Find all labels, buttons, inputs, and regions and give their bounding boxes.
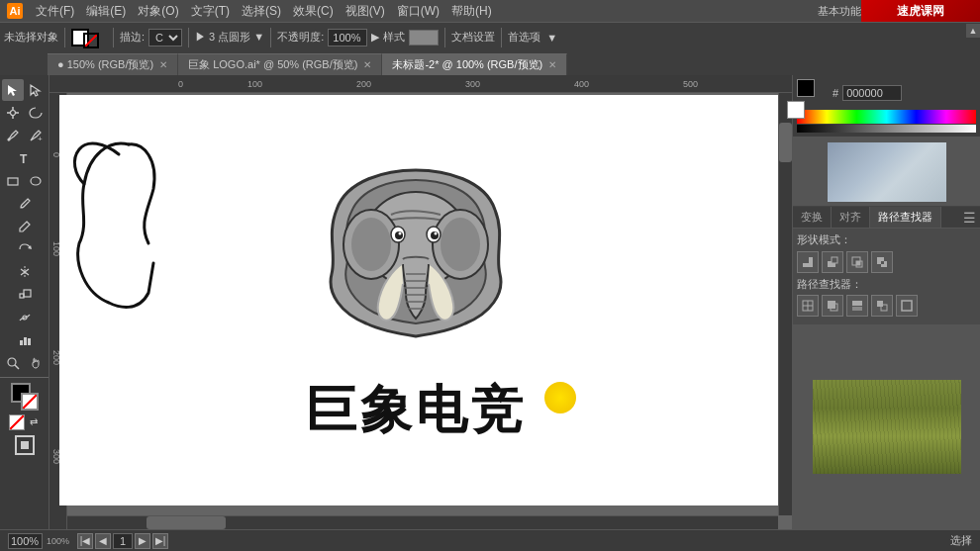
- gray-bar[interactable]: [797, 125, 976, 133]
- crop-btn[interactable]: [871, 295, 893, 317]
- sep4: [270, 28, 271, 47]
- menu-select[interactable]: 选择(S): [236, 1, 287, 22]
- selection-tool[interactable]: [2, 79, 24, 101]
- svg-rect-34: [832, 257, 837, 263]
- nav-next[interactable]: ▶: [135, 533, 150, 549]
- right-arrow: ▶: [371, 31, 379, 44]
- rotate-tool[interactable]: [14, 238, 36, 260]
- hex-input[interactable]: [842, 85, 902, 101]
- outline-btn[interactable]: [896, 295, 918, 317]
- panel-scroll-up[interactable]: ▲: [966, 24, 980, 38]
- menu-effect[interactable]: 效果(C): [287, 1, 340, 22]
- status-mode: 选择: [950, 533, 972, 548]
- tab-3[interactable]: 未标题-2* @ 100% (RGB/预览) ✕: [382, 53, 567, 75]
- menu-edit[interactable]: 编辑(E): [80, 1, 132, 22]
- stroke-label: 描边:: [120, 30, 145, 45]
- tab-bar: ● 150% (RGB/预览) ✕ 巨象 LOGO.ai* @ 50% (RGB…: [0, 51, 980, 75]
- menu-view[interactable]: 视图(V): [340, 1, 391, 22]
- menu-help[interactable]: 帮助(H): [445, 1, 498, 22]
- svg-line-21: [15, 365, 19, 369]
- sep2: [113, 28, 114, 47]
- second-thumbnail: [793, 324, 980, 529]
- svg-rect-50: [902, 301, 912, 311]
- menu-object[interactable]: 对象(O): [132, 1, 184, 22]
- tab-1[interactable]: ● 150% (RGB/预览) ✕: [48, 53, 178, 75]
- type-tool[interactable]: T: [14, 147, 36, 169]
- pencil-tool[interactable]: [14, 216, 36, 237]
- paintbrush-tool[interactable]: [14, 193, 36, 215]
- warp-tool[interactable]: [14, 307, 36, 328]
- tab-pathfinder[interactable]: 路径查找器: [870, 207, 941, 228]
- sketch-partial: [69, 135, 198, 332]
- zoom-tools: [2, 352, 47, 374]
- lasso-tool[interactable]: [25, 102, 47, 124]
- svg-rect-48: [877, 301, 883, 307]
- sep5: [444, 28, 445, 47]
- direct-selection-tool[interactable]: [25, 79, 47, 101]
- horizontal-scrollbar[interactable]: [67, 515, 778, 529]
- svg-rect-17: [20, 340, 23, 345]
- stroke-color[interactable]: [21, 393, 39, 411]
- page-input[interactable]: [113, 533, 133, 549]
- rectangle-tool[interactable]: [2, 170, 24, 192]
- vertical-scrollbar[interactable]: [778, 93, 792, 515]
- main-layout: + T: [0, 75, 980, 529]
- tab-align[interactable]: 对齐: [832, 207, 870, 228]
- swap-colors[interactable]: ⇄: [27, 414, 41, 428]
- intersect-btn[interactable]: [846, 251, 868, 273]
- tab-2[interactable]: 巨象 LOGO.ai* @ 50% (RGB/预览) ✕: [178, 53, 382, 75]
- opacity-input[interactable]: [328, 29, 367, 46]
- menu-text[interactable]: 文字(T): [185, 1, 236, 22]
- svg-rect-14: [20, 294, 24, 298]
- hand-tool[interactable]: [25, 352, 47, 374]
- unite-btn[interactable]: [797, 251, 819, 273]
- nav-prev[interactable]: ◀: [95, 533, 111, 549]
- zoom-tool[interactable]: [2, 352, 24, 374]
- menu-file[interactable]: 文件(F): [30, 1, 80, 22]
- foreground-color[interactable]: [797, 79, 815, 97]
- reflect-tool[interactable]: [14, 261, 36, 283]
- scroll-thumb-h[interactable]: [147, 516, 226, 529]
- tab-transform[interactable]: 变换: [793, 207, 832, 228]
- nav-first[interactable]: |◀: [77, 533, 93, 549]
- none-swatch[interactable]: [9, 414, 25, 430]
- stroke-select[interactable]: C: [148, 29, 182, 46]
- canvas-area: 0 100 200 300 400 500 0 100 200 300: [49, 75, 792, 529]
- tab-2-close[interactable]: ✕: [363, 59, 371, 70]
- ruler-top: 0 100 200 300 400 500: [49, 75, 792, 93]
- preferences-btn[interactable]: 首选项: [508, 30, 540, 45]
- shape-mode-row: [797, 251, 976, 273]
- scroll-thumb-v[interactable]: [779, 123, 792, 162]
- nav-last[interactable]: ▶|: [152, 533, 168, 549]
- exclude-btn[interactable]: [871, 251, 893, 273]
- svg-point-11: [31, 177, 41, 185]
- minus-front-btn[interactable]: [822, 251, 843, 273]
- divide-btn[interactable]: [797, 295, 819, 317]
- zoom-section: 100%: [8, 533, 69, 549]
- left-toolbar: + T: [0, 75, 49, 529]
- stroke-swatch[interactable]: [83, 33, 99, 48]
- scale-tool[interactable]: [14, 284, 36, 306]
- menu-window[interactable]: 窗口(W): [391, 1, 445, 22]
- normal-draw[interactable]: [15, 435, 35, 455]
- style-label: 样式: [383, 30, 405, 45]
- pen-tool[interactable]: [2, 125, 24, 146]
- svg-point-7: [8, 138, 11, 141]
- color-spectrum[interactable]: [797, 110, 976, 124]
- doc-settings-btn[interactable]: 文档设置: [451, 30, 495, 45]
- add-anchor-tool[interactable]: +: [25, 125, 47, 146]
- color-indicators: [797, 79, 829, 107]
- panel-options: ☰: [963, 207, 980, 228]
- trim-btn[interactable]: [822, 295, 843, 317]
- ellipse-tool[interactable]: [25, 170, 47, 192]
- magic-wand-tool[interactable]: [2, 102, 24, 124]
- column-graph-tool[interactable]: [14, 329, 36, 351]
- zoom-input[interactable]: [8, 533, 43, 549]
- yellow-dot: [544, 382, 576, 413]
- tab-3-close[interactable]: ✕: [548, 59, 556, 70]
- tab-1-close[interactable]: ✕: [159, 59, 167, 70]
- merge-btn[interactable]: [846, 295, 868, 317]
- style-preview[interactable]: [409, 30, 439, 46]
- panel-menu-icon[interactable]: ☰: [963, 210, 976, 226]
- background-color[interactable]: [787, 101, 805, 119]
